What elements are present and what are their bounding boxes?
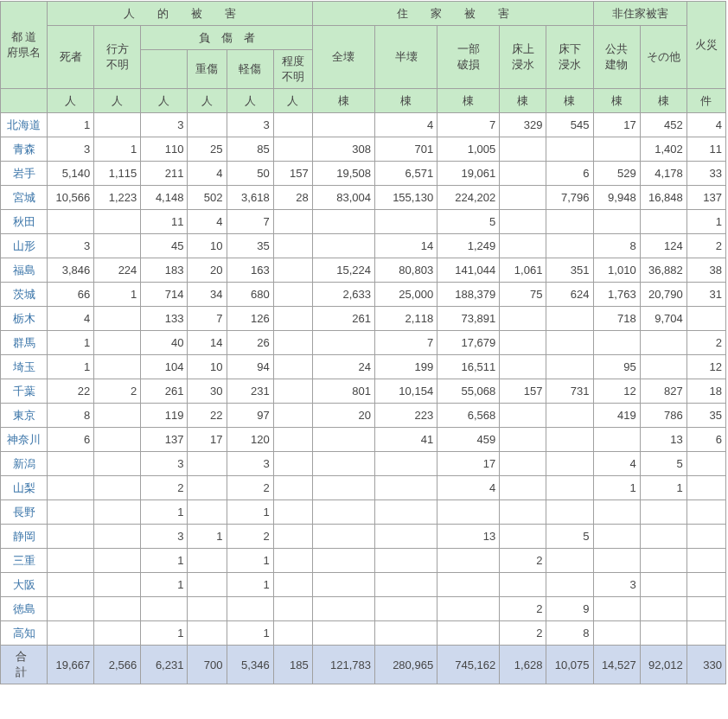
pref-cell: 山梨 (1, 476, 48, 500)
table-row: 茨城661714346802,63325,000188,379756241,76… (1, 283, 726, 307)
cell-public (593, 597, 640, 621)
cell-half: 701 (374, 137, 437, 162)
cell-serious: 4 (188, 162, 227, 186)
cell-public (593, 210, 640, 234)
cell-dead (48, 621, 94, 646)
cell-other: 4,178 (640, 162, 686, 186)
pref-cell: 岩手 (1, 162, 48, 186)
unit-pref (1, 89, 48, 113)
unit-belowfl: 棟 (546, 89, 593, 113)
cell-abovefl (500, 307, 546, 331)
cell-full (312, 234, 374, 258)
cell-injured: 1 (141, 500, 188, 525)
cell-unknown (273, 234, 312, 258)
cell-light: 1 (227, 621, 273, 646)
unit-fire: 件 (686, 89, 725, 113)
header-house: 住 家 被 害 (312, 2, 593, 26)
unit-other: 棟 (640, 89, 686, 113)
total-fire: 330 (686, 646, 725, 684)
cell-fire: 11 (686, 137, 725, 162)
cell-belowfl: 545 (546, 113, 593, 137)
cell-unknown (273, 331, 312, 355)
cell-full: 801 (312, 379, 374, 404)
cell-missing (94, 452, 141, 476)
table-footer: 合 計 19,667 2,566 6,231 700 5,346 185 121… (1, 646, 726, 684)
cell-serious: 25 (188, 137, 227, 162)
cell-partial: 188,379 (437, 283, 500, 307)
pref-cell: 青森 (1, 137, 48, 162)
cell-serious: 14 (188, 331, 227, 355)
cell-other (640, 621, 686, 646)
cell-light: 50 (227, 162, 273, 186)
cell-fire: 12 (686, 355, 725, 379)
cell-light: 1 (227, 549, 273, 573)
header-missing: 行方不明 (94, 26, 141, 89)
cell-public: 95 (593, 355, 640, 379)
cell-half (374, 573, 437, 597)
table-row: 三重112 (1, 549, 726, 573)
cell-serious: 4 (188, 210, 227, 234)
cell-missing (94, 210, 141, 234)
cell-abovefl: 2 (500, 549, 546, 573)
cell-full: 308 (312, 137, 374, 162)
cell-light: 7 (227, 210, 273, 234)
cell-dead (48, 573, 94, 597)
table-row: 山梨22411 (1, 476, 726, 500)
cell-unknown (273, 452, 312, 476)
table-row: 秋田114751 (1, 210, 726, 234)
cell-missing (94, 113, 141, 137)
total-row: 合 計 19,667 2,566 6,231 700 5,346 185 121… (1, 646, 726, 684)
cell-abovefl (500, 355, 546, 379)
cell-serious: 10 (188, 234, 227, 258)
cell-fire: 4 (686, 113, 725, 137)
cell-light: 97 (227, 404, 273, 428)
cell-dead (48, 476, 94, 500)
cell-injured: 4,148 (141, 186, 188, 210)
cell-injured: 183 (141, 258, 188, 283)
cell-fire: 33 (686, 162, 725, 186)
cell-missing: 1 (94, 283, 141, 307)
cell-injured: 261 (141, 379, 188, 404)
cell-half: 41 (374, 428, 437, 452)
cell-fire: 6 (686, 428, 725, 452)
cell-fire: 2 (686, 234, 725, 258)
cell-missing: 224 (94, 258, 141, 283)
total-missing: 2,566 (94, 646, 141, 684)
cell-dead: 3 (48, 137, 94, 162)
pref-cell: 茨城 (1, 283, 48, 307)
cell-injured: 110 (141, 137, 188, 162)
cell-half: 80,803 (374, 258, 437, 283)
cell-other (640, 331, 686, 355)
cell-fire (686, 597, 725, 621)
table-row: 高知1128 (1, 621, 726, 646)
cell-half: 7 (374, 331, 437, 355)
cell-public: 12 (593, 379, 640, 404)
cell-full (312, 428, 374, 452)
cell-other (640, 355, 686, 379)
pref-cell: 新潟 (1, 452, 48, 476)
cell-injured: 1 (141, 549, 188, 573)
header-serious: 重傷 (188, 50, 227, 89)
cell-other: 36,882 (640, 258, 686, 283)
cell-unknown (273, 621, 312, 646)
cell-full (312, 500, 374, 525)
unit-full: 棟 (312, 89, 374, 113)
cell-other (640, 573, 686, 597)
cell-full: 24 (312, 355, 374, 379)
cell-partial: 7 (437, 113, 500, 137)
cell-half: 199 (374, 355, 437, 379)
cell-abovefl (500, 573, 546, 597)
table-row: 新潟331745 (1, 452, 726, 476)
cell-other: 13 (640, 428, 686, 452)
cell-unknown (273, 404, 312, 428)
cell-abovefl (500, 234, 546, 258)
unit-dead: 人 (48, 89, 94, 113)
cell-belowfl (546, 549, 593, 573)
cell-serious (188, 500, 227, 525)
cell-public (593, 500, 640, 525)
cell-missing (94, 355, 141, 379)
cell-half (374, 597, 437, 621)
cell-fire (686, 476, 725, 500)
pref-cell: 宮城 (1, 186, 48, 210)
cell-public: 17 (593, 113, 640, 137)
